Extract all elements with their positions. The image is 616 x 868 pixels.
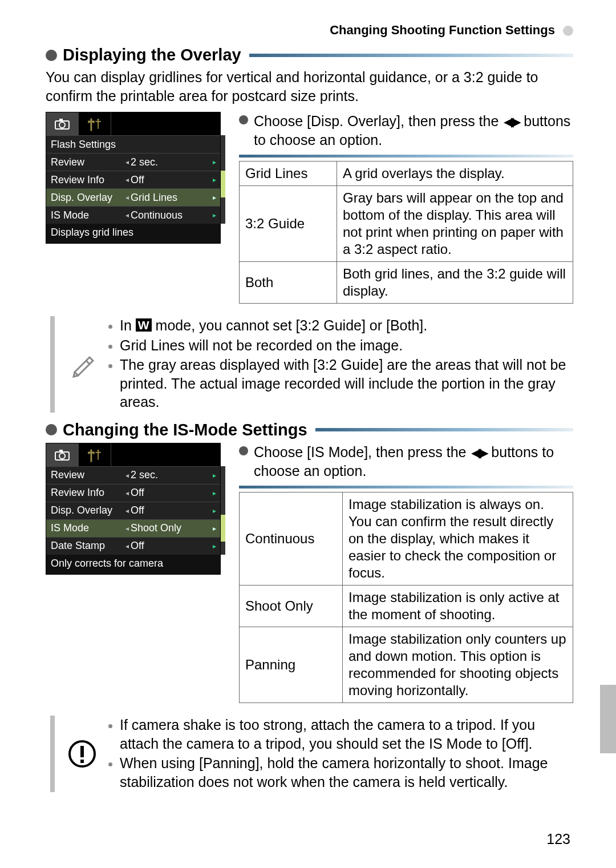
caution-icon	[65, 716, 99, 792]
menu-row-review: Review ◂ 2 sec. ▸	[46, 466, 220, 484]
table-row: Shoot OnlyImage stabilization is only ac…	[240, 586, 573, 627]
camera-tab-tools: ϯ†	[79, 112, 111, 135]
page-header: Changing Shooting Function Settings	[46, 23, 573, 38]
camera-menu-screenshot-1: ϯ† Flash Settings Review ◂ 2 sec. ▸ Revi…	[46, 112, 221, 244]
note-item: If camera shake is too strong, attach th…	[120, 716, 573, 753]
title-rule	[315, 428, 573, 431]
menu-row-review: Review ◂ 2 sec. ▸	[46, 153, 220, 171]
table-top-rule	[239, 155, 573, 158]
section-title-overlay: Displaying the Overlay	[46, 46, 573, 64]
note-item: The gray areas displayed with [3:2 Guide…	[120, 356, 573, 411]
note-item: In W mode, you cannot set [3:2 Guide] or…	[120, 316, 573, 335]
menu-row-is-mode: IS Mode ◂ Continuous ▸	[46, 206, 220, 224]
wide-mode-icon: W	[136, 318, 152, 332]
right-arrow-icon: ▸	[213, 158, 216, 166]
left-arrow-icon: ◂	[125, 542, 129, 550]
camera-tabs: ϯ†	[46, 112, 220, 135]
table-row: Grid LinesA grid overlays the display.	[240, 162, 573, 186]
table-row: 3:2 GuideGray bars will appear on the to…	[240, 186, 573, 262]
title-rule	[249, 54, 573, 57]
header-dot-icon	[563, 26, 573, 36]
menu-row-is-mode: IS Mode ◂ Shoot Only ▸	[46, 519, 220, 537]
menu-row-review-info: Review Info ◂ Off ▸	[46, 171, 220, 188]
table-row: ContinuousImage stabilization is always …	[240, 492, 573, 586]
left-arrow-icon: ◂	[125, 471, 129, 479]
section2-note: If camera shake is too strong, attach th…	[50, 716, 573, 792]
svg-rect-5	[59, 450, 63, 452]
ismode-options-table: ContinuousImage stabilization is always …	[239, 492, 573, 703]
section2-instruction: Choose [IS Mode], then press the ◀▶ butt…	[239, 443, 573, 480]
camera-tabs: ϯ†	[46, 443, 220, 466]
svg-rect-8	[80, 760, 84, 763]
left-arrow-icon: ◂	[125, 211, 129, 219]
page-header-text: Changing Shooting Function Settings	[330, 23, 555, 37]
table-row: PanningImage stabilization only counters…	[240, 627, 573, 703]
right-arrow-icon: ▸	[213, 507, 216, 515]
left-right-arrow-icon: ◀▶	[504, 114, 518, 129]
camera-tab-tools: ϯ†	[79, 443, 111, 466]
camera-tab-shooting	[46, 112, 79, 135]
svg-rect-2	[59, 119, 63, 121]
left-arrow-icon: ◂	[125, 524, 129, 532]
note-bar	[50, 316, 55, 413]
section-title-text: Changing the IS-Mode Settings	[63, 421, 307, 439]
pencil-note-icon	[65, 316, 99, 413]
note-item: When using [Panning], hold the camera ho…	[120, 754, 573, 791]
svg-rect-7	[80, 746, 84, 757]
menu-row-disp-overlay: Disp. Overlay ◂ Off ▸	[46, 502, 220, 519]
left-arrow-icon: ◂	[125, 507, 129, 515]
svg-point-1	[59, 122, 65, 128]
right-arrow-icon: ▸	[213, 211, 216, 219]
right-arrow-icon: ▸	[213, 489, 216, 497]
camera-menu-screenshot-2: ϯ† Review ◂ 2 sec. ▸ Review Info ◂ Off ▸	[46, 443, 221, 575]
note-bar	[50, 716, 55, 792]
menu-footer: Displays grid lines	[46, 224, 220, 243]
menu-footer: Only corrects for camera	[46, 555, 220, 574]
menu-row-date-stamp: Date Stamp ◂ Off ▸	[46, 537, 220, 555]
menu-scrollbar	[221, 135, 225, 224]
section-title-ismode: Changing the IS-Mode Settings	[46, 421, 573, 439]
bullet-icon	[46, 50, 57, 61]
menu-row-review-info: Review Info ◂ Off ▸	[46, 484, 220, 502]
bullet-icon	[239, 115, 248, 124]
svg-point-4	[59, 453, 65, 459]
page-number: 123	[546, 831, 570, 847]
bullet-icon	[46, 424, 57, 435]
bullet-icon	[239, 446, 248, 455]
page-thumb-tab	[600, 685, 616, 753]
note-item: Grid Lines will not be recorded on the i…	[120, 336, 573, 355]
right-arrow-icon: ▸	[213, 542, 216, 550]
table-row: BothBoth grid lines, and the 3:2 guide w…	[240, 262, 573, 304]
section-title-text: Displaying the Overlay	[63, 46, 241, 64]
left-arrow-icon: ◂	[125, 158, 129, 166]
right-arrow-icon: ▸	[213, 176, 216, 184]
left-arrow-icon: ◂	[125, 176, 129, 184]
left-right-arrow-icon: ◀▶	[471, 445, 486, 460]
menu-row-flash: Flash Settings	[46, 135, 220, 153]
left-arrow-icon: ◂	[125, 193, 129, 201]
menu-row-disp-overlay: Disp. Overlay ◂ Grid Lines ▸	[46, 188, 220, 206]
overlay-options-table: Grid LinesA grid overlays the display. 3…	[239, 161, 573, 304]
section1-intro: You can display gridlines for vertical a…	[46, 68, 573, 105]
section1-instruction: Choose [Disp. Overlay], then press the ◀…	[239, 112, 573, 149]
right-arrow-icon: ▸	[213, 471, 216, 479]
table-top-rule	[239, 486, 573, 488]
right-arrow-icon: ▸	[213, 193, 216, 201]
menu-scrollbar	[221, 466, 225, 555]
right-arrow-icon: ▸	[213, 524, 216, 532]
left-arrow-icon: ◂	[125, 489, 129, 497]
camera-tab-shooting	[46, 443, 79, 466]
section1-note: In W mode, you cannot set [3:2 Guide] or…	[50, 316, 573, 413]
